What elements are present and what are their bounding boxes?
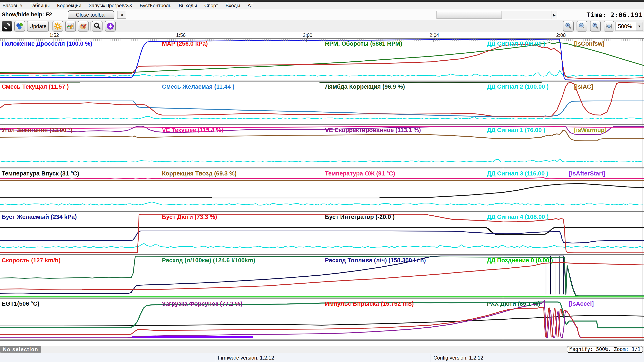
zoom-level-value: 500% — [618, 23, 632, 30]
palette-edit-button[interactable] — [78, 21, 88, 31]
series-label: ДД Сигнал 3 (116.00 ) — [487, 170, 548, 177]
series-label: MAP (256.0 kPa) — [162, 40, 208, 47]
toolbar-separator — [51, 22, 51, 30]
time-ruler[interactable]: 1:521:562:002:042:08 — [0, 32, 644, 38]
config-version: Config version: 1.2.12 — [434, 355, 483, 361]
status-bar: Firmware version: 1.2.12 Config version:… — [0, 353, 644, 362]
series-label: Загрузка Форсунок (77.2 %) — [162, 300, 242, 307]
series-label: RPM, Обороты (5881 RPM) — [325, 40, 402, 47]
series-label: ДД Позднение 0 (0.00 ) — [487, 257, 553, 264]
ruler-major-tick — [307, 36, 308, 38]
time-label: Time: 2:06.191 — [586, 11, 643, 18]
chart-panel-svg — [0, 39, 644, 81]
series-label: Лямбда Коррекция (96.9 %) — [325, 83, 405, 90]
series-label: Угол Зажигания (13.00 °) — [2, 127, 72, 134]
series-label: Смесь Желаемая (11.44 ) — [162, 83, 234, 90]
status-separator — [215, 354, 215, 362]
chart-panel-5[interactable]: Буст Желаемый (234 kPa)Буст Дюти (73.3 %… — [0, 212, 644, 255]
series-label: Коррекция Твозд (69.3 %) — [162, 170, 236, 177]
panel-separator — [0, 81, 644, 81]
chart-panel-3[interactable]: Угол Зажигания (13.00 °)VE Текущее (115.… — [0, 125, 644, 168]
collapse-left-icon[interactable]: ◀ — [117, 11, 126, 19]
download-button[interactable] — [105, 21, 116, 31]
series-label: Буст Дюти (73.3 %) — [162, 213, 217, 220]
close-toolbar-button[interactable]: Close toolbar — [68, 10, 114, 19]
menu-item[interactable]: Коррекции — [57, 3, 81, 8]
toolbar-separator — [90, 22, 90, 30]
chart-panel-svg — [0, 125, 644, 168]
menu-bar: БазовыеТаблицыКоррекцииЗапуск/Прогрев/ХХ… — [0, 2, 644, 9]
menu-item[interactable]: Входы — [226, 3, 240, 8]
time-cursor[interactable] — [503, 38, 503, 340]
selection-status-badge: No selection — [0, 346, 41, 353]
menu-item[interactable]: АТ — [248, 3, 254, 8]
timeline-scrollbar-thumb[interactable] — [436, 11, 502, 19]
panel-separator — [0, 211, 644, 212]
chart-panel-2[interactable]: Смесь Текущая (11.57 )Смесь Желаемая (11… — [0, 82, 644, 125]
panel-separator — [0, 168, 644, 168]
series-label: VE Текущее (115.4 %) — [162, 127, 223, 134]
zoom-level-combobox[interactable]: 500% ▼ — [616, 22, 643, 31]
combobox-dropdown-icon[interactable]: ▼ — [636, 22, 642, 30]
series-label: ДД Сигнал 1 (76.00 ) — [487, 127, 545, 134]
menu-item[interactable]: Базовые — [2, 3, 22, 8]
firmware-version: Firmware version: 1.2.12 — [218, 355, 274, 361]
panel-separator — [0, 298, 644, 299]
series-label: Расход (л/100км) (124.6 l/100km) — [162, 257, 255, 264]
series-label: EGT1(506 °C) — [2, 300, 39, 307]
chart-edit-button[interactable] — [65, 21, 76, 31]
panel-separator — [0, 254, 644, 255]
series-label: Скорость (127 km/h) — [2, 257, 61, 264]
help-row: Show/hide help: F2 Close toolbar ◀ ▶ Tim… — [0, 9, 644, 20]
magnify-zoom-status: Magnify: 500%, Zoom: 1/1 — [567, 346, 643, 353]
chart-panel-svg — [0, 299, 644, 340]
series-label: РХХ Дюти (85.1 %) — [487, 300, 540, 307]
series-label: VE Скорректированное (113.1 %) — [325, 127, 421, 134]
series-label: Расход Топлива (л/ч) (158.300 l / h) — [325, 257, 426, 264]
connect-button[interactable] — [14, 21, 25, 31]
toolbar: Update 500% — [0, 20, 644, 32]
menu-item[interactable]: Запуск/Прогрев/ХХ — [89, 3, 132, 8]
series-label: Температура Впуск (31 °C) — [2, 170, 79, 177]
refresh-button[interactable] — [2, 21, 12, 31]
empty-strip — [0, 341, 644, 346]
chart-panel-7[interactable]: EGT1(506 °C)Загрузка Форсунок (77.2 %)Им… — [0, 299, 644, 340]
update-button[interactable]: Update — [27, 21, 49, 31]
ruler-major-tick — [434, 36, 434, 38]
menu-item[interactable]: Спорт — [204, 3, 218, 8]
series-label: ДД Сигнал 4 (108.00 ) — [487, 213, 549, 220]
series-label: Импульс Впрыска (15.752 mS) — [325, 300, 414, 307]
help-label: Show/hide help: F2 — [2, 11, 52, 18]
series-label: [isConfsw] — [574, 40, 604, 47]
chart-panel-6[interactable]: Скорость (127 km/h)Расход (л/100км) (124… — [0, 256, 644, 298]
zoom-reset-button[interactable] — [590, 21, 601, 31]
menu-item[interactable]: БустКонтроль — [140, 3, 171, 8]
chart-right-border — [642, 38, 643, 341]
scroll-right-icon[interactable]: ▶ — [552, 11, 557, 19]
chart-panel-4[interactable]: Температура Впуск (31 °C)Коррекция Твозд… — [0, 169, 644, 211]
series-label: [isWarmup] — [574, 127, 606, 134]
ruler-major-tick — [54, 36, 54, 38]
status-separator — [430, 354, 431, 362]
timeline-scrollbar[interactable] — [436, 11, 551, 19]
ruler-minor-ticks — [0, 39, 644, 43]
series-label: Смесь Текущая (11.57 ) — [2, 83, 69, 90]
magnifier-button[interactable] — [92, 21, 102, 31]
settings-gear-button[interactable] — [52, 21, 63, 31]
chart-panel-1[interactable]: Положение Дросселя (100.0 %)MAP (256.0 k… — [0, 39, 644, 81]
window-title-bar — [0, 0, 644, 2]
series-label: Температура ОЖ (91 °C) — [325, 170, 395, 177]
ruler-major-tick — [181, 36, 181, 38]
zoom-out-button[interactable] — [576, 21, 587, 31]
series-label: [isAfterStart] — [569, 170, 605, 177]
series-label: [isIAC] — [574, 83, 593, 90]
ecu-logger-window: БазовыеТаблицыКоррекцииЗапуск/Прогрев/ХХ… — [0, 0, 644, 362]
series-label: ДД Сигнал 0 (96.00 ) — [487, 40, 545, 47]
zoom-in-button[interactable] — [563, 21, 574, 31]
menu-item[interactable]: Таблицы — [30, 3, 50, 8]
panel-separator — [0, 124, 644, 125]
menu-item[interactable]: Выходы — [179, 3, 197, 8]
selection-row: No selection Magnify: 500%, Zoom: 1/1 — [0, 346, 644, 353]
ruler-major-tick — [561, 36, 561, 38]
fit-width-button[interactable] — [604, 21, 614, 31]
